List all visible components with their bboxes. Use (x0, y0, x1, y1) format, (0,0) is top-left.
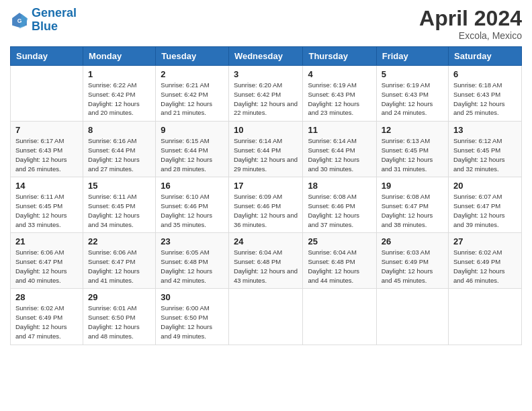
logo: G General Blue (10, 7, 77, 34)
day-info: Sunrise: 6:00 AM Sunset: 6:50 PM Dayligh… (161, 304, 224, 340)
calendar-cell: 25Sunrise: 6:04 AM Sunset: 6:48 PM Dayli… (303, 233, 376, 289)
day-info: Sunrise: 6:15 AM Sunset: 6:44 PM Dayligh… (161, 136, 224, 173)
calendar-cell: 28Sunrise: 6:02 AM Sunset: 6:49 PM Dayli… (11, 289, 83, 345)
calendar-cell: 10Sunrise: 6:14 AM Sunset: 6:44 PM Dayli… (228, 122, 303, 177)
calendar-header-tuesday: Tuesday (156, 47, 229, 66)
calendar-week-row: 21Sunrise: 6:06 AM Sunset: 6:47 PM Dayli… (11, 233, 522, 289)
day-info: Sunrise: 6:11 AM Sunset: 6:45 PM Dayligh… (15, 192, 78, 229)
day-number: 26 (382, 236, 443, 246)
day-number: 21 (15, 236, 78, 246)
svg-text:G: G (17, 17, 22, 24)
day-number: 9 (161, 125, 224, 135)
day-info: Sunrise: 6:14 AM Sunset: 6:44 PM Dayligh… (234, 136, 298, 173)
day-number: 22 (88, 236, 150, 246)
calendar-cell: 4Sunrise: 6:19 AM Sunset: 6:43 PM Daylig… (303, 66, 376, 122)
calendar-cell: 18Sunrise: 6:08 AM Sunset: 6:46 PM Dayli… (303, 177, 376, 233)
day-number: 19 (382, 181, 443, 191)
day-info: Sunrise: 6:14 AM Sunset: 6:44 PM Dayligh… (308, 136, 371, 173)
calendar-header-sunday: Sunday (11, 47, 83, 66)
calendar-header-monday: Monday (83, 47, 156, 66)
day-number: 7 (15, 125, 78, 135)
calendar-cell: 3Sunrise: 6:20 AM Sunset: 6:42 PM Daylig… (228, 66, 303, 122)
day-info: Sunrise: 6:18 AM Sunset: 6:43 PM Dayligh… (453, 81, 517, 118)
day-info: Sunrise: 6:04 AM Sunset: 6:48 PM Dayligh… (308, 248, 371, 285)
calendar-cell (11, 66, 83, 122)
day-number: 24 (234, 236, 298, 246)
day-number: 13 (453, 125, 517, 135)
day-info: Sunrise: 6:09 AM Sunset: 6:46 PM Dayligh… (234, 192, 298, 229)
day-number: 15 (88, 181, 150, 191)
calendar-cell (228, 289, 303, 345)
calendar-cell (449, 289, 522, 345)
calendar-table: SundayMondayTuesdayWednesdayThursdayFrid… (10, 46, 522, 345)
day-info: Sunrise: 6:05 AM Sunset: 6:48 PM Dayligh… (161, 248, 224, 285)
day-number: 2 (161, 69, 224, 79)
day-info: Sunrise: 6:02 AM Sunset: 6:49 PM Dayligh… (15, 304, 78, 340)
header: G General Blue April 2024 Excola, Mexico (10, 7, 522, 41)
logo-icon: G (10, 11, 29, 30)
calendar-cell: 26Sunrise: 6:03 AM Sunset: 6:49 PM Dayli… (376, 233, 448, 289)
day-number: 1 (88, 69, 150, 79)
day-number: 17 (234, 181, 298, 191)
day-info: Sunrise: 6:19 AM Sunset: 6:43 PM Dayligh… (308, 81, 371, 118)
day-info: Sunrise: 6:13 AM Sunset: 6:45 PM Dayligh… (382, 136, 443, 173)
day-info: Sunrise: 6:04 AM Sunset: 6:48 PM Dayligh… (234, 248, 298, 285)
calendar-cell: 30Sunrise: 6:00 AM Sunset: 6:50 PM Dayli… (156, 289, 229, 345)
day-info: Sunrise: 6:21 AM Sunset: 6:42 PM Dayligh… (161, 81, 224, 118)
day-number: 28 (15, 292, 78, 302)
day-number: 11 (308, 125, 371, 135)
day-info: Sunrise: 6:19 AM Sunset: 6:43 PM Dayligh… (382, 81, 443, 118)
day-info: Sunrise: 6:07 AM Sunset: 6:47 PM Dayligh… (453, 192, 517, 229)
calendar-cell: 23Sunrise: 6:05 AM Sunset: 6:48 PM Dayli… (156, 233, 229, 289)
day-info: Sunrise: 6:06 AM Sunset: 6:47 PM Dayligh… (15, 248, 78, 285)
calendar-cell: 11Sunrise: 6:14 AM Sunset: 6:44 PM Dayli… (303, 122, 376, 177)
day-number: 30 (161, 292, 224, 302)
calendar-header-row: SundayMondayTuesdayWednesdayThursdayFrid… (11, 47, 522, 66)
calendar-cell (303, 289, 376, 345)
day-number: 10 (234, 125, 298, 135)
day-number: 6 (453, 69, 517, 79)
logo-line2: Blue (32, 19, 58, 33)
calendar-cell: 9Sunrise: 6:15 AM Sunset: 6:44 PM Daylig… (156, 122, 229, 177)
calendar-cell: 13Sunrise: 6:12 AM Sunset: 6:45 PM Dayli… (449, 122, 522, 177)
calendar-cell: 8Sunrise: 6:16 AM Sunset: 6:44 PM Daylig… (83, 122, 156, 177)
calendar-header-saturday: Saturday (449, 47, 522, 66)
calendar-cell: 27Sunrise: 6:02 AM Sunset: 6:49 PM Dayli… (449, 233, 522, 289)
day-info: Sunrise: 6:12 AM Sunset: 6:45 PM Dayligh… (453, 136, 517, 173)
calendar-cell: 2Sunrise: 6:21 AM Sunset: 6:42 PM Daylig… (156, 66, 229, 122)
day-info: Sunrise: 6:22 AM Sunset: 6:42 PM Dayligh… (88, 81, 150, 118)
day-number: 4 (308, 69, 371, 79)
calendar-cell: 6Sunrise: 6:18 AM Sunset: 6:43 PM Daylig… (449, 66, 522, 122)
calendar-week-row: 28Sunrise: 6:02 AM Sunset: 6:49 PM Dayli… (11, 289, 522, 345)
day-number: 16 (161, 181, 224, 191)
day-info: Sunrise: 6:16 AM Sunset: 6:44 PM Dayligh… (88, 136, 150, 173)
main-title: April 2024 (419, 7, 522, 30)
subtitle: Excola, Mexico (419, 30, 522, 41)
day-number: 27 (453, 236, 517, 246)
calendar-cell: 22Sunrise: 6:06 AM Sunset: 6:47 PM Dayli… (83, 233, 156, 289)
calendar-cell: 24Sunrise: 6:04 AM Sunset: 6:48 PM Dayli… (228, 233, 303, 289)
day-number: 14 (15, 181, 78, 191)
calendar-cell: 15Sunrise: 6:11 AM Sunset: 6:45 PM Dayli… (83, 177, 156, 233)
day-info: Sunrise: 6:17 AM Sunset: 6:43 PM Dayligh… (15, 136, 78, 173)
day-number: 20 (453, 181, 517, 191)
calendar-cell: 7Sunrise: 6:17 AM Sunset: 6:43 PM Daylig… (11, 122, 83, 177)
day-info: Sunrise: 6:20 AM Sunset: 6:42 PM Dayligh… (234, 81, 298, 118)
day-info: Sunrise: 6:06 AM Sunset: 6:47 PM Dayligh… (88, 248, 150, 285)
day-info: Sunrise: 6:11 AM Sunset: 6:45 PM Dayligh… (88, 192, 150, 229)
day-number: 8 (88, 125, 150, 135)
day-info: Sunrise: 6:08 AM Sunset: 6:47 PM Dayligh… (382, 192, 443, 229)
calendar-cell (376, 289, 448, 345)
page: G General Blue April 2024 Excola, Mexico… (0, 0, 532, 411)
calendar-cell: 5Sunrise: 6:19 AM Sunset: 6:43 PM Daylig… (376, 66, 448, 122)
day-number: 12 (382, 125, 443, 135)
day-info: Sunrise: 6:10 AM Sunset: 6:46 PM Dayligh… (161, 192, 224, 229)
day-number: 18 (308, 181, 371, 191)
calendar-cell: 21Sunrise: 6:06 AM Sunset: 6:47 PM Dayli… (11, 233, 83, 289)
calendar-cell: 29Sunrise: 6:01 AM Sunset: 6:50 PM Dayli… (83, 289, 156, 345)
logo-text: General Blue (32, 7, 77, 34)
day-info: Sunrise: 6:08 AM Sunset: 6:46 PM Dayligh… (308, 192, 371, 229)
calendar-cell: 17Sunrise: 6:09 AM Sunset: 6:46 PM Dayli… (228, 177, 303, 233)
calendar-cell: 19Sunrise: 6:08 AM Sunset: 6:47 PM Dayli… (376, 177, 448, 233)
calendar-header-thursday: Thursday (303, 47, 376, 66)
